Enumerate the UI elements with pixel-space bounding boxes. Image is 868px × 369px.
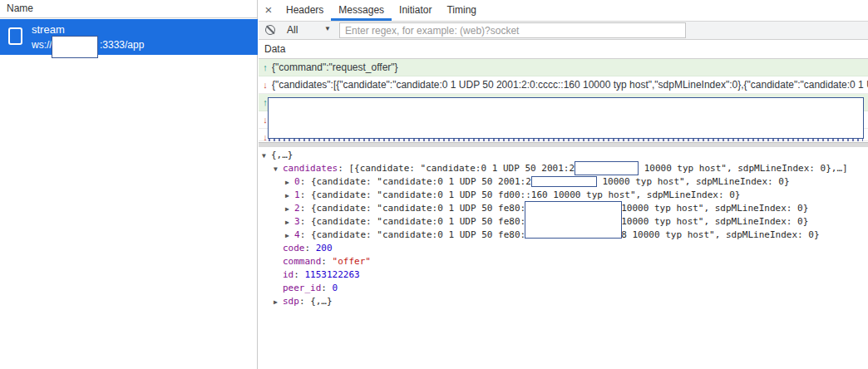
property-value-number: 1153122263 bbox=[305, 269, 360, 280]
property-key: 0 bbox=[294, 176, 300, 187]
messages-filter-toolbar: All ▼ bbox=[259, 22, 868, 40]
detail-tabbar: × Headers Messages Initiator Timing bbox=[259, 0, 868, 22]
key-separator: : bbox=[321, 256, 332, 267]
name-column-header[interactable]: Name bbox=[0, 0, 257, 18]
tab-initiator[interactable]: Initiator bbox=[392, 0, 439, 21]
caret-collapsed-icon[interactable]: ▶ bbox=[285, 189, 294, 203]
caret-collapsed-icon[interactable]: ▶ bbox=[285, 216, 294, 229]
tree-row-item-0[interactable]: ▶0: {candidate: "candidate:0 1 UDP 50 20… bbox=[259, 175, 868, 189]
property-key: code bbox=[283, 243, 305, 253]
property-key: sdp bbox=[283, 296, 299, 307]
object-preview-pre: {candidate: "candidate:0 1 UDP 50 fe80: bbox=[311, 203, 525, 214]
websocket-document-icon bbox=[8, 27, 22, 45]
object-preview-pre: {candidate: "candidate:0 1 UDP 50 fe80: bbox=[311, 229, 525, 240]
direction-filter-select[interactable]: All bbox=[287, 24, 298, 36]
request-row-stream[interactable]: stream ws:// :3333/app bbox=[0, 19, 258, 55]
key-separator: : bbox=[299, 296, 310, 307]
frame-payload: {"command":"request_offer"} bbox=[272, 59, 398, 76]
object-preview: {,…} bbox=[271, 150, 293, 160]
key-separator: : bbox=[338, 163, 348, 174]
tree-row-candidates[interactable]: ▼candidates: [{candidate: "candidate:0 1… bbox=[259, 162, 868, 175]
object-preview-post: 10000 typ host", sdpMLineIndex: 0} bbox=[621, 203, 808, 214]
request-name: stream bbox=[32, 23, 65, 36]
tree-row-command[interactable]: command: "offer" bbox=[259, 255, 868, 268]
frame-row-sent[interactable]: ↑ {"command":"request_offer"} bbox=[259, 59, 868, 76]
key-separator: : bbox=[300, 189, 311, 200]
arrow-down-icon: ↓ bbox=[259, 76, 272, 93]
tree-row-sdp[interactable]: ▶sdp: {,…} bbox=[259, 295, 868, 308]
caret-expanded-icon[interactable]: ▼ bbox=[274, 163, 283, 176]
tree-row-item-1[interactable]: ▶1: {candidate: "candidate:0 1 UDP 50 fd… bbox=[259, 189, 868, 202]
regex-filter-input[interactable] bbox=[339, 22, 686, 38]
property-key: 3 bbox=[294, 216, 300, 227]
caret-collapsed-icon[interactable]: ▶ bbox=[285, 229, 294, 243]
property-key: 4 bbox=[294, 229, 300, 240]
arrow-up-icon: ↑ bbox=[259, 59, 272, 76]
caret-collapsed-icon[interactable]: ▶ bbox=[274, 296, 283, 309]
array-preview-post: 10000 typ host", sdpMLineIndex: 0},…] bbox=[639, 163, 848, 174]
property-value-number: 0 bbox=[333, 283, 338, 293]
caret-expanded-icon[interactable]: ▼ bbox=[262, 150, 271, 163]
key-separator: : bbox=[300, 203, 311, 214]
property-key: command bbox=[283, 256, 321, 267]
close-icon[interactable]: × bbox=[259, 0, 279, 21]
request-detail-panel: × Headers Messages Initiator Timing All … bbox=[259, 0, 868, 369]
redaction-remnant-dots bbox=[269, 139, 863, 141]
request-url-port-path: :3333/app bbox=[100, 39, 144, 51]
key-separator: : bbox=[300, 176, 311, 187]
object-preview: {,…} bbox=[310, 296, 333, 307]
requests-sidebar: Name stream ws:// :3333/app bbox=[0, 0, 258, 369]
frame-row-received[interactable]: ↓ {"candidates":[{"candidate":"candidate… bbox=[259, 76, 868, 94]
property-value-string: "offer" bbox=[333, 256, 371, 267]
tree-row-peer-id[interactable]: peer_id: 0 bbox=[259, 282, 868, 295]
frame-payload: {"candidates":[{"candidate":"candidate:0… bbox=[272, 76, 868, 93]
request-url-scheme: ws:// bbox=[32, 39, 52, 51]
property-key: 1 bbox=[294, 189, 300, 200]
property-key: 2 bbox=[294, 203, 300, 214]
object-preview-pre: {candidate: "candidate:0 1 UDP 50 fe80: bbox=[311, 216, 525, 227]
tab-messages[interactable]: Messages bbox=[331, 0, 392, 21]
data-column-header[interactable]: Data bbox=[259, 40, 868, 59]
redaction-box bbox=[525, 201, 622, 239]
devtools-network-websocket-panel: Name stream ws:// :3333/app × Headers Me… bbox=[0, 0, 868, 369]
redaction-box bbox=[52, 36, 98, 58]
key-separator: : bbox=[321, 283, 332, 293]
object-preview-post: 8 10000 typ host", sdpMLineIndex: 0} bbox=[621, 229, 819, 240]
object-preview: {candidate: "candidate:0 1 UDP 50 fd00::… bbox=[311, 189, 741, 200]
key-separator: : bbox=[305, 243, 316, 253]
frame-preview-tree: ▼{,…} ▼candidates: [{candidate: "candida… bbox=[259, 147, 868, 369]
object-preview-post: 10000 typ host", sdpMLineIndex: 0} bbox=[621, 216, 808, 227]
property-key: id bbox=[283, 269, 293, 280]
redaction-box bbox=[531, 176, 597, 187]
property-key: candidates bbox=[283, 163, 338, 174]
tree-row-root[interactable]: ▼{,…} bbox=[259, 149, 868, 162]
tab-headers[interactable]: Headers bbox=[279, 0, 331, 21]
property-value-number: 200 bbox=[316, 243, 333, 253]
caret-collapsed-icon[interactable]: ▶ bbox=[285, 176, 294, 189]
tree-row-id[interactable]: id: 1153122263 bbox=[259, 268, 868, 282]
redaction-box bbox=[268, 97, 864, 139]
array-preview-pre: [{candidate: "candidate:0 1 UDP 50 2001:… bbox=[348, 163, 575, 174]
property-key: peer_id bbox=[283, 283, 321, 293]
tree-row-code[interactable]: code: 200 bbox=[259, 242, 868, 255]
key-separator: : bbox=[300, 229, 311, 240]
redaction-box bbox=[575, 161, 639, 175]
object-preview-post: 10000 typ host", sdpMLineIndex: 0} bbox=[597, 176, 790, 187]
key-separator: : bbox=[300, 216, 311, 227]
clear-all-icon[interactable] bbox=[265, 25, 275, 35]
key-separator: : bbox=[293, 269, 304, 280]
object-preview-pre: {candidate: "candidate:0 1 UDP 50 2001:2 bbox=[311, 176, 531, 187]
tab-timing[interactable]: Timing bbox=[439, 0, 484, 21]
caret-collapsed-icon[interactable]: ▶ bbox=[285, 203, 294, 216]
chevron-down-icon[interactable]: ▼ bbox=[324, 25, 331, 32]
